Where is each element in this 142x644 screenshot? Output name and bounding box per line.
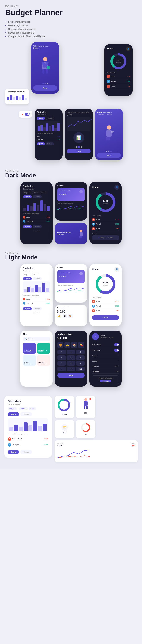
hero-title: Budget Planner	[5, 8, 137, 17]
next-btn[interactable]: Next	[67, 149, 91, 153]
v1-cards-title: Cards	[57, 184, 85, 187]
stats-detail-section: Statistics Time expense May 20 - Jun 22 …	[0, 391, 142, 469]
version1-section: VERSION 1 Dark Mode Statistics Time expe…	[0, 164, 142, 246]
svg-text:balance: balance	[103, 284, 108, 286]
save-btn[interactable]: Save	[57, 373, 85, 378]
balance-chart: ¥765 balance	[107, 53, 130, 70]
v2-title: Light Mode	[5, 254, 137, 261]
svg-rect-4	[42, 69, 44, 74]
v2-earned-btn[interactable]: Earned	[33, 277, 42, 280]
svg-text:balance: balance	[103, 202, 108, 204]
preview-section: ♥ Statistics Time expense Spend Earned	[0, 106, 142, 164]
feature-item: Free font family used	[5, 20, 137, 23]
mini-cards-row1: $345 $10	[55, 396, 138, 418]
v1-onboard-phone: Take hold of your finances	[55, 223, 87, 244]
svg-point-13	[107, 126, 111, 130]
goals-next-btn[interactable]: Next	[97, 153, 121, 158]
line-chart	[67, 117, 91, 131]
svg-point-0	[43, 57, 47, 61]
v2-home-phone: Home 👤 ¥765 balance Last actions	[89, 264, 122, 326]
svg-rect-20	[80, 232, 83, 236]
v2-spend2-btn[interactable]: Spend	[23, 307, 32, 310]
v1-spend2-btn[interactable]: Spend	[23, 225, 32, 228]
svg-rect-17	[111, 131, 114, 132]
next-button[interactable]: Next	[33, 86, 57, 90]
home-phone: Home 👤 ¥765 balance Last actions	[104, 44, 132, 96]
v2-add-op-phone: Add operation $ 0.00 💰 📱 🏠	[55, 305, 87, 326]
goals-phone: Reach your goals Track expenses easily	[95, 108, 123, 160]
svg-point-19	[80, 230, 83, 232]
upgrade-btn[interactable]: Upgrade	[100, 380, 111, 382]
svg-rect-22	[80, 236, 81, 238]
sd-earned2-btn[interactable]: Earned	[20, 450, 32, 454]
v2-home-btn[interactable]: Details	[92, 315, 119, 320]
feature-item: 5k well organized sreens	[5, 32, 137, 34]
svg-point-6	[47, 66, 50, 70]
svg-rect-21	[81, 236, 82, 238]
v2-phones-row: Statistics Time expense May 20 - Jun 22 …	[5, 264, 137, 326]
earned-btn[interactable]: Earned	[46, 117, 55, 120]
sd-spend-btn[interactable]: Spend	[8, 412, 19, 416]
v2-cards-phone: Cards •••• •••• •••• 1234 $12,450 Your s…	[55, 264, 87, 303]
sd-subtitle: Time expense	[8, 403, 48, 406]
svg-point-39	[84, 450, 85, 451]
svg-rect-14	[106, 130, 112, 136]
v1-cards-phone: Cards •••• •••• •••• 1234 $12,450 Your s…	[55, 182, 87, 221]
schedule-phone: See where your money is going. 📊	[65, 108, 93, 160]
v1-right-col: Cards •••• •••• •••• 1234 $12,450 Your s…	[55, 182, 87, 244]
stats-detail-card: Statistics Time expense May 20 - Jun 22 …	[4, 396, 52, 458]
heart-card: ♥	[19, 111, 32, 118]
svg-rect-15	[108, 136, 110, 140]
toggle-switch[interactable]	[25, 113, 30, 116]
v1-stats-phone: Statistics Time expense May 20 - Jun 22 …	[20, 182, 53, 244]
hero-section: IOS UI KIT Budget Planner Free font fami…	[0, 0, 142, 106]
avatar: 👤	[126, 47, 130, 51]
v2-spend-btn[interactable]: Spend	[23, 277, 32, 280]
sd-spend2-btn[interactable]: Spend	[8, 450, 19, 454]
v1-spend-btn[interactable]: Spend	[23, 195, 32, 198]
spend-btn[interactable]: Spend	[37, 117, 45, 120]
feature-item: Compatible with Sketch and Figma	[5, 35, 137, 38]
heart-icon: ♥	[22, 112, 23, 116]
amount-card-1: 💳 $22	[55, 420, 74, 438]
v2-earned2-btn[interactable]: Earned	[33, 307, 42, 310]
v1-spending-sched: Your spending schedule	[57, 202, 85, 204]
dark-add-op-phone: Add operation $ 0.00 🍔 🚕 🏠 💊 1 2 3 4 5 6…	[55, 330, 87, 386]
v1-phones-row: Statistics Time expense May 20 - Jun 22 …	[5, 182, 137, 244]
version2-section: VERSION 2 Light Mode Statistics Time exp…	[0, 246, 142, 328]
toggle-cards: ♥	[19, 111, 32, 118]
stats-subtitle: Time expense	[37, 114, 60, 116]
small-donut-card: $0	[76, 420, 95, 438]
svg-point-12	[84, 120, 85, 121]
julia-phone: J Julia julia@example.com Notifications …	[89, 330, 122, 386]
v1-earned2-btn[interactable]: Earned	[33, 225, 42, 228]
goals-heading: Reach your goals	[97, 111, 121, 113]
figure-mini-card: $10	[76, 396, 95, 418]
mini-cards-row2: 💳 $22 $0	[55, 420, 138, 438]
action-row: T Travel +500	[107, 79, 130, 84]
sd-earned-btn[interactable]: Earned	[20, 412, 32, 416]
svg-text:balance: balance	[116, 62, 121, 63]
action-row: F Food -80	[107, 84, 130, 89]
line-chart-card: Budget $348 Spent $10	[55, 440, 138, 462]
stats-earned-btn[interactable]: Earned	[46, 142, 54, 145]
spending-title: Spending Breakdown	[7, 91, 27, 93]
schedule-label: See where your money is going.	[67, 111, 91, 116]
donut-mini-card: $345	[55, 396, 74, 418]
stats-phone-dark: Statistics Time expense Spend Earned You…	[35, 108, 62, 160]
svg-text:¥765: ¥765	[103, 281, 108, 284]
feature-item: Dark + Light mode	[5, 24, 137, 27]
svg-text:¥765: ¥765	[116, 59, 120, 61]
svg-rect-18	[111, 132, 113, 133]
v1-earned-btn[interactable]: Earned	[33, 195, 42, 198]
v2-stats-phone: Statistics Time expense May 20 - Jun 22 …	[20, 264, 53, 326]
goals-illustration	[97, 117, 121, 149]
goals-sub: Track expenses easily	[97, 114, 121, 115]
v1-title: Dark Mode	[5, 172, 137, 179]
tips-phone: Tips 🔍 Search... Save more Tips & tricks…	[20, 330, 53, 386]
sd-title: Statistics	[8, 400, 48, 403]
stats-spend-btn[interactable]: Spend	[37, 142, 45, 145]
onboard-illustration	[33, 50, 57, 81]
chart-illustration: 📊	[67, 132, 91, 143]
v1-credit-card: •••• •••• •••• 1234 $12,450	[57, 188, 85, 201]
